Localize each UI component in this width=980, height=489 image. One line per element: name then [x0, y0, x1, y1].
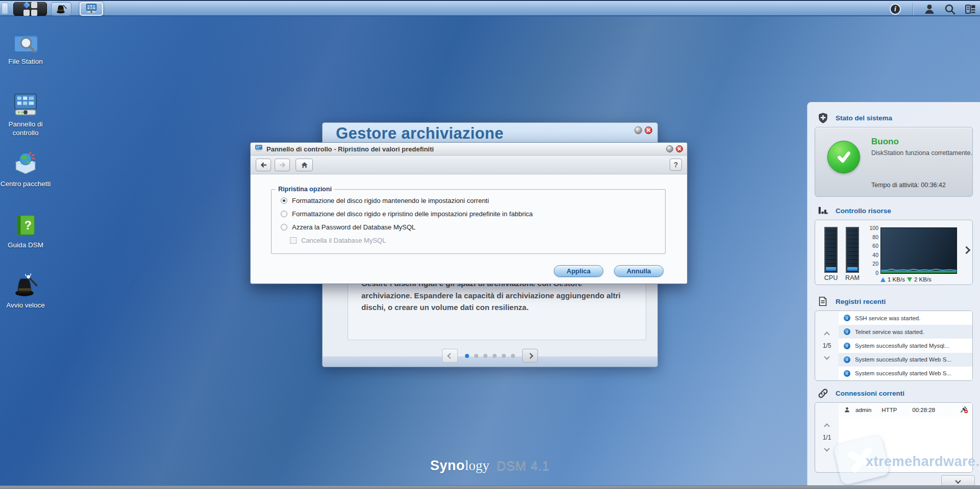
cpu-label: CPU — [821, 274, 841, 281]
show-desktop-button[interactable] — [2, 3, 8, 14]
svg-text:?: ? — [24, 219, 32, 232]
carousel-prev-button[interactable] — [442, 349, 458, 363]
radio-icon[interactable] — [281, 224, 287, 230]
widgets-sidebar: Stato del sistema Buono DiskStation funz… — [807, 102, 980, 489]
file-station-icon — [12, 28, 39, 55]
radio-icon[interactable] — [281, 211, 287, 217]
carousel-dots — [465, 354, 515, 358]
cancel-button[interactable]: Annulla — [614, 265, 664, 277]
recent-logs-heading: Registri recenti — [817, 295, 886, 307]
screen-bottom-edge — [0, 485, 980, 489]
close-icon[interactable] — [676, 145, 683, 152]
carousel-dot[interactable] — [483, 354, 487, 358]
chart-axis: 100 80 60 40 20 0 — [865, 225, 878, 275]
log-row[interactable]: System successfully started Web S... — [839, 367, 972, 380]
desktop-icon-dsm-help[interactable]: ? Guida DSM — [0, 212, 51, 250]
apply-button[interactable]: Applica — [554, 265, 603, 277]
info-icon — [844, 328, 850, 335]
checkbox-icon[interactable] — [290, 237, 297, 244]
control-panel-icon — [12, 91, 39, 117]
log-row[interactable]: SSH service was started. — [839, 311, 972, 325]
bar-chart-icon — [817, 204, 829, 217]
help-button[interactable]: ? — [670, 159, 682, 171]
disconnect-icon[interactable] — [960, 405, 968, 415]
system-status-heading: Stato del sistema — [817, 112, 892, 124]
taskbar — [0, 0, 980, 16]
desktop-icon-package-center[interactable]: Centro pacchetti — [0, 150, 51, 189]
current-connections-panel: 1/1 admin HTTP 00:28:28 — [815, 402, 973, 473]
connection-row[interactable]: admin HTTP 00:28:28 — [839, 403, 972, 417]
radio-label: Formattazione del disco rigido e riprist… — [292, 210, 533, 218]
magician-hat-icon — [55, 2, 67, 16]
quick-launch-button[interactable] — [51, 2, 71, 16]
info-icon[interactable] — [890, 4, 901, 15]
carousel-dot[interactable] — [474, 354, 478, 358]
resource-monitor-panel: CPU RAM 100 80 60 40 20 0 1 KB/s 2 KB — [815, 220, 973, 285]
connection-protocol: HTTP — [881, 407, 897, 413]
upload-rate: 1 KB/s — [888, 276, 905, 282]
log-text: System successfully started Web S... — [855, 356, 951, 363]
page-up-button[interactable] — [824, 331, 829, 337]
logo-text: logy — [465, 458, 489, 473]
carousel-dot[interactable] — [493, 354, 497, 358]
main-menu-button[interactable] — [13, 2, 47, 16]
log-text: Telnet service was started. — [855, 329, 924, 335]
page-up-button[interactable] — [824, 423, 829, 429]
search-icon[interactable] — [943, 3, 957, 16]
dialog-body: Ripristina opzioni Formattazione del dis… — [251, 174, 687, 284]
page-indicator: 1/5 — [823, 342, 831, 349]
dsm-version: DSM 4.1 — [497, 458, 550, 473]
info-icon — [844, 356, 850, 363]
minimize-button[interactable] — [634, 126, 642, 134]
resource-expand-button[interactable] — [964, 246, 969, 255]
widgets-panel-icon[interactable] — [964, 3, 977, 16]
minimize-button[interactable] — [666, 145, 673, 152]
page-down-button[interactable] — [824, 354, 829, 359]
storage-carousel-pager — [323, 349, 657, 363]
back-button[interactable] — [256, 159, 271, 171]
forward-button[interactable] — [275, 159, 290, 171]
carousel-next-button[interactable] — [522, 349, 538, 363]
uptime-text: Tempo di attività: 00:36:42 — [871, 182, 946, 189]
dsm-help-icon: ? — [12, 212, 39, 238]
user-icon[interactable] — [923, 3, 936, 16]
restore-options-group: Ripristina opzioni Formattazione del dis… — [271, 186, 666, 254]
radio-option-keep-settings[interactable]: Formattazione del disco rigido mantenend… — [281, 195, 665, 206]
status-message: DiskStation funziona correttamente. — [871, 149, 973, 158]
carousel-dot[interactable] — [511, 354, 515, 358]
storage-window-title: Gestore archiviazione — [336, 124, 504, 143]
upload-arrow-icon — [880, 277, 886, 282]
radio-label: Azzera la Password del Database MySQL — [292, 223, 415, 231]
carousel-dot[interactable] — [465, 354, 469, 358]
log-row[interactable]: System successfully started Web S... — [839, 353, 972, 367]
taskbar-divider — [913, 3, 914, 15]
log-row[interactable]: System successfully started Mysql... — [839, 339, 972, 352]
radio-icon[interactable] — [281, 197, 287, 204]
network-chart — [880, 227, 957, 274]
carousel-dot[interactable] — [502, 354, 506, 358]
checkbox-clear-mysql-database[interactable]: Cancella il Database MySQL — [290, 235, 665, 246]
home-button[interactable] — [296, 159, 313, 171]
resource-monitor-heading: Controllo risorse — [817, 204, 891, 217]
log-text: System successfully started Web S... — [855, 370, 951, 376]
sidebar-collapse-button[interactable] — [941, 475, 975, 486]
log-row[interactable]: Telnet service was started. — [839, 325, 972, 339]
desktop-icon-label: Avvio veloce — [0, 301, 51, 310]
desktop-icon-quick-start[interactable]: Avvio veloce — [0, 272, 51, 310]
desktop-icon-label: Guida DSM — [0, 241, 51, 250]
page-down-button[interactable] — [824, 446, 829, 451]
desktop-icon-file-station[interactable]: File Station — [0, 28, 51, 66]
radio-option-reset-mysql-password[interactable]: Azzera la Password del Database MySQL — [281, 222, 665, 233]
desktop-icon-label: Pannello di controllo — [0, 120, 51, 138]
desktop-icon-control-panel[interactable]: Pannello di controllo — [0, 91, 51, 138]
logo-text-bold: Syno — [430, 458, 465, 473]
info-icon — [844, 315, 850, 321]
control-panel-taskbar-button[interactable] — [80, 2, 103, 16]
logs-pager: 1/5 — [815, 311, 839, 380]
restore-defaults-dialog: Pannello di controllo - Ripristino dei v… — [250, 142, 688, 284]
widget-title: Registri recenti — [836, 298, 886, 305]
close-icon[interactable] — [645, 126, 652, 134]
dialog-titlebar: Pannello di controllo - Ripristino dei v… — [251, 143, 687, 156]
radio-option-factory-reset[interactable]: Formattazione del disco rigido e riprist… — [281, 209, 665, 219]
connections-pager: 1/1 — [815, 403, 839, 472]
